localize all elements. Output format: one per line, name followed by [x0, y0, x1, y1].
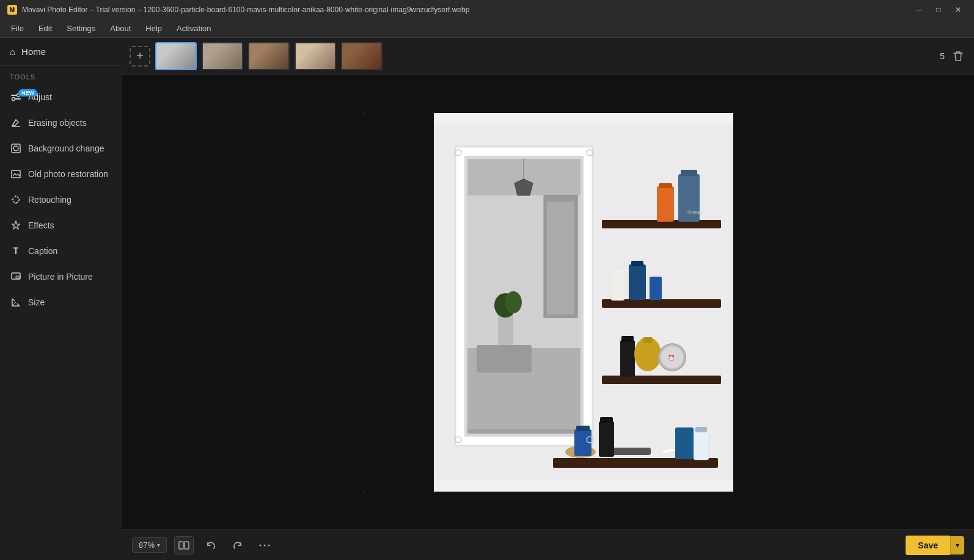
svg-rect-6: [12, 170, 20, 178]
sidebar-item-size[interactable]: Size: [0, 289, 122, 315]
zoom-control[interactable]: 87% ▾: [132, 537, 167, 553]
thumbnail-5-img: [342, 43, 381, 69]
svg-rect-42: [643, 337, 652, 343]
svg-rect-36: [631, 261, 643, 266]
svg-rect-54: [695, 427, 707, 432]
svg-point-5: [13, 146, 18, 151]
title-bar: M Movavi Photo Editor – Trial version – …: [0, 0, 974, 20]
svg-rect-50: [576, 426, 590, 431]
photo-count: 5: [940, 51, 945, 61]
retouching-label: Retouching: [28, 195, 71, 205]
new-badge: NEW: [18, 89, 37, 96]
old-photo-icon: [10, 168, 22, 180]
caption-label: Caption: [28, 246, 57, 256]
svg-text:⏰: ⏰: [668, 354, 675, 362]
toolbar-strip: + 5: [122, 38, 974, 75]
svg-rect-4: [12, 144, 20, 153]
home-icon: ⌂: [10, 46, 15, 57]
thumbnail-1-img: [156, 43, 196, 69]
sidebar-item-old-photo-restoration[interactable]: Old photo restoration: [0, 161, 122, 187]
minimize-button[interactable]: ─: [910, 3, 928, 16]
add-photo-button[interactable]: +: [130, 46, 150, 67]
thumbnail-4[interactable]: [295, 42, 336, 70]
canvas-image: ®nikaa: [364, 113, 733, 492]
app-icon: M: [7, 5, 17, 15]
svg-rect-52: [600, 417, 613, 423]
thumbnail-2-img: [203, 43, 242, 69]
svg-rect-38: [602, 376, 721, 384]
sidebar-item-erasing-objects[interactable]: Erasing objects: [0, 110, 122, 136]
save-area: Save ▾: [906, 536, 964, 555]
toolbar-right: 5: [940, 48, 967, 65]
delete-button[interactable]: [950, 48, 967, 65]
svg-rect-61: [185, 542, 189, 549]
content-area: + 5: [122, 38, 974, 560]
sidebar-item-caption[interactable]: Caption: [0, 238, 122, 264]
photo-svg: ®nikaa: [364, 113, 733, 492]
svg-rect-46: [553, 458, 718, 468]
zoom-value: 87%: [139, 540, 155, 550]
pip-icon: [10, 271, 22, 283]
title-bar-text: Movavi Photo Editor – Trial version – 12…: [22, 5, 469, 14]
svg-rect-29: [659, 183, 672, 188]
maximize-button[interactable]: □: [930, 3, 947, 16]
sidebar-item-effects[interactable]: Effects: [0, 213, 122, 238]
background-change-label: Background change: [28, 144, 104, 153]
svg-text:®nikaa: ®nikaa: [687, 209, 703, 215]
sidebar-item-background-change[interactable]: Background change: [0, 136, 122, 161]
thumbnail-2[interactable]: [202, 42, 243, 70]
erasing-icon: [10, 117, 22, 129]
svg-rect-23: [477, 345, 532, 373]
thumbnail-5[interactable]: [341, 42, 383, 70]
home-button[interactable]: ⌂ Home: [0, 38, 122, 66]
retouching-icon: [10, 194, 22, 206]
svg-rect-2: [15, 98, 21, 100]
menu-edit[interactable]: Edit: [32, 21, 58, 35]
svg-point-62: [260, 544, 262, 546]
title-bar-controls: ─ □ ✕: [910, 3, 967, 16]
sidebar-item-adjust[interactable]: Adjust NEW: [0, 84, 122, 110]
thumbnail-1[interactable]: [155, 42, 197, 70]
menu-help[interactable]: Help: [139, 21, 168, 35]
zoom-arrow-icon: ▾: [157, 542, 160, 548]
save-button[interactable]: Save: [906, 536, 950, 555]
menu-settings[interactable]: Settings: [60, 21, 101, 35]
undo-button[interactable]: [201, 536, 221, 555]
svg-rect-35: [629, 264, 646, 300]
redo-button[interactable]: [228, 536, 247, 555]
thumbnail-4-img: [296, 43, 335, 69]
svg-rect-31: [681, 170, 697, 176]
tools-label: TOOLS: [0, 66, 122, 84]
svg-rect-28: [657, 186, 674, 222]
svg-rect-25: [547, 202, 574, 315]
home-label: Home: [21, 46, 46, 57]
svg-rect-53: [694, 431, 709, 460]
thumbnail-3[interactable]: [248, 42, 290, 70]
svg-point-3: [12, 98, 15, 101]
main-layout: ⌂ Home TOOLS Adjust NEW: [0, 38, 974, 560]
menu-file[interactable]: File: [5, 21, 30, 35]
effects-label: Effects: [28, 220, 54, 230]
svg-point-22: [505, 291, 522, 313]
svg-rect-40: [621, 336, 634, 342]
split-view-button[interactable]: [174, 536, 194, 555]
effects-icon: [10, 219, 22, 231]
menu-bar: File Edit Settings About Help Activation: [0, 20, 974, 38]
svg-rect-8: [16, 276, 20, 278]
sidebar-item-retouching[interactable]: Retouching: [0, 187, 122, 213]
svg-rect-39: [620, 340, 635, 377]
canvas-area: ®nikaa: [122, 75, 974, 529]
caption-icon: [10, 245, 22, 257]
svg-rect-60: [179, 542, 183, 549]
menu-activation[interactable]: Activation: [170, 21, 217, 35]
svg-rect-55: [675, 427, 694, 459]
more-options-button[interactable]: [255, 536, 274, 555]
save-dropdown-button[interactable]: ▾: [950, 536, 964, 555]
menu-about[interactable]: About: [104, 21, 137, 35]
old-photo-restoration-label: Old photo restoration: [28, 169, 108, 179]
close-button[interactable]: ✕: [950, 3, 967, 16]
sidebar-item-picture-in-picture[interactable]: Picture in Picture: [0, 264, 122, 289]
bottom-bar: 87% ▾: [122, 529, 974, 560]
svg-rect-10: [364, 113, 434, 492]
svg-point-63: [264, 544, 266, 546]
